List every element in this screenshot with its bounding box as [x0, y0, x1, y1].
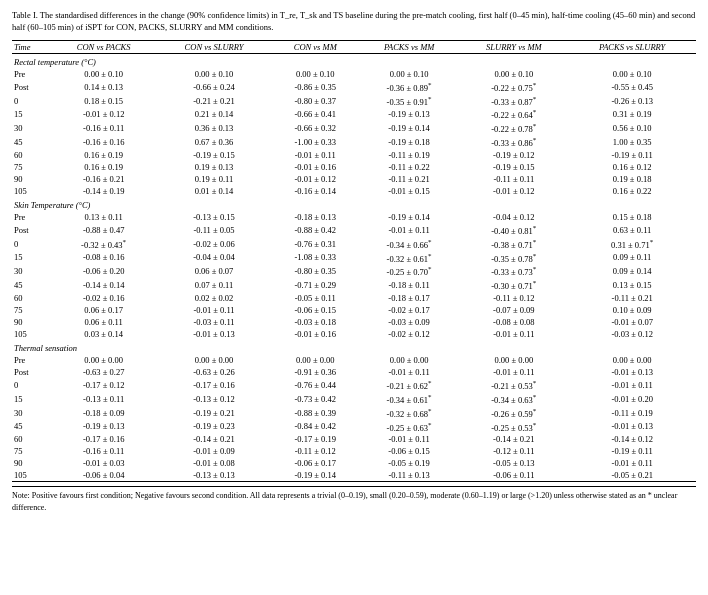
cell-0-5-6: 1.00 ± 0.35: [568, 135, 696, 149]
cell-2-6-4: -0.01 ± 0.11: [359, 433, 459, 445]
cell-1-0-0: Pre: [12, 211, 51, 223]
cell-1-2-5: -0.38 ± 0.71*: [459, 237, 568, 251]
cell-0-7-4: -0.11 ± 0.22: [359, 161, 459, 173]
cell-2-1-5: -0.01 ± 0.11: [459, 366, 568, 378]
cell-0-2-2: -0.21 ± 0.21: [157, 94, 272, 108]
data-table: TimeCON vs PACKSCON vs SLURRYCON vs MMPA…: [12, 40, 696, 483]
cell-2-7-1: -0.16 ± 0.11: [51, 445, 157, 457]
cell-0-8-3: -0.01 ± 0.12: [271, 173, 359, 185]
cell-1-0-3: -0.18 ± 0.13: [271, 211, 359, 223]
cell-1-3-1: -0.08 ± 0.16: [51, 251, 157, 265]
cell-2-1-2: -0.63 ± 0.26: [157, 366, 272, 378]
cell-1-2-6: 0.31 ± 0.71*: [568, 237, 696, 251]
table-caption: Table I. The standardised differences in…: [12, 10, 696, 34]
table-row: Post-0.88 ± 0.47-0.11 ± 0.05-0.88 ± 0.42…: [12, 223, 696, 237]
cell-2-6-5: -0.14 ± 0.21: [459, 433, 568, 445]
cell-0-5-1: -0.16 ± 0.16: [51, 135, 157, 149]
cell-1-4-4: -0.25 ± 0.70*: [359, 264, 459, 278]
cell-2-3-3: -0.73 ± 0.42: [271, 392, 359, 406]
cell-0-9-4: -0.01 ± 0.15: [359, 185, 459, 197]
cell-0-7-6: 0.16 ± 0.12: [568, 161, 696, 173]
table-row: 750.16 ± 0.190.19 ± 0.13-0.01 ± 0.16-0.1…: [12, 161, 696, 173]
cell-1-1-4: -0.01 ± 0.11: [359, 223, 459, 237]
cell-0-1-6: -0.55 ± 0.45: [568, 80, 696, 94]
table-row: 0-0.17 ± 0.12-0.17 ± 0.16-0.76 ± 0.44-0.…: [12, 378, 696, 392]
cell-1-2-1: -0.32 ± 0.43*: [51, 237, 157, 251]
cell-2-6-3: -0.17 ± 0.19: [271, 433, 359, 445]
cell-1-8-0: 90: [12, 316, 51, 328]
section-header-0: Rectal temperature (°C): [12, 53, 696, 68]
cell-1-1-6: 0.63 ± 0.11: [568, 223, 696, 237]
cell-2-7-6: -0.19 ± 0.11: [568, 445, 696, 457]
cell-2-4-5: -0.26 ± 0.59*: [459, 406, 568, 420]
table-row: 15-0.08 ± 0.16-0.04 ± 0.04-1.08 ± 0.33-0…: [12, 251, 696, 265]
cell-2-4-4: -0.32 ± 0.68*: [359, 406, 459, 420]
table-row: Post-0.63 ± 0.27-0.63 ± 0.26-0.91 ± 0.36…: [12, 366, 696, 378]
cell-2-2-0: 0: [12, 378, 51, 392]
cell-0-5-0: 45: [12, 135, 51, 149]
cell-1-3-5: -0.35 ± 0.78*: [459, 251, 568, 265]
cell-0-0-6: 0.00 ± 0.10: [568, 68, 696, 80]
cell-0-3-1: -0.01 ± 0.12: [51, 107, 157, 121]
cell-1-3-3: -1.08 ± 0.33: [271, 251, 359, 265]
cell-1-1-0: Post: [12, 223, 51, 237]
cell-0-0-0: Pre: [12, 68, 51, 80]
cell-0-4-5: -0.22 ± 0.78*: [459, 121, 568, 135]
cell-0-9-1: -0.14 ± 0.19: [51, 185, 157, 197]
cell-0-0-1: 0.00 ± 0.10: [51, 68, 157, 80]
table-row: 45-0.19 ± 0.13-0.19 ± 0.23-0.84 ± 0.42-0…: [12, 420, 696, 434]
section-header-1: Skin Temperature (°C): [12, 197, 696, 211]
cell-2-3-2: -0.13 ± 0.12: [157, 392, 272, 406]
cell-0-7-1: 0.16 ± 0.19: [51, 161, 157, 173]
cell-1-2-2: -0.02 ± 0.06: [157, 237, 272, 251]
table-row: 105-0.14 ± 0.190.01 ± 0.14-0.16 ± 0.14-0…: [12, 185, 696, 197]
cell-0-1-0: Post: [12, 80, 51, 94]
cell-0-3-2: 0.21 ± 0.14: [157, 107, 272, 121]
table-row: 60-0.17 ± 0.16-0.14 ± 0.21-0.17 ± 0.19-0…: [12, 433, 696, 445]
cell-1-5-4: -0.18 ± 0.11: [359, 278, 459, 292]
cell-0-7-2: 0.19 ± 0.13: [157, 161, 272, 173]
cell-2-3-4: -0.34 ± 0.61*: [359, 392, 459, 406]
cell-1-0-5: -0.04 ± 0.12: [459, 211, 568, 223]
cell-2-1-1: -0.63 ± 0.27: [51, 366, 157, 378]
cell-2-9-3: -0.19 ± 0.14: [271, 469, 359, 482]
cell-1-0-4: -0.19 ± 0.14: [359, 211, 459, 223]
cell-2-8-4: -0.05 ± 0.19: [359, 457, 459, 469]
cell-1-2-3: -0.76 ± 0.31: [271, 237, 359, 251]
cell-2-9-1: -0.06 ± 0.04: [51, 469, 157, 482]
cell-2-4-0: 30: [12, 406, 51, 420]
table-row: 600.16 ± 0.19-0.19 ± 0.15-0.01 ± 0.11-0.…: [12, 149, 696, 161]
cell-0-9-3: -0.16 ± 0.14: [271, 185, 359, 197]
cell-2-5-0: 45: [12, 420, 51, 434]
table-row: 45-0.14 ± 0.140.07 ± 0.11-0.71 ± 0.29-0.…: [12, 278, 696, 292]
cell-0-4-2: 0.36 ± 0.13: [157, 121, 272, 135]
table-row: 90-0.01 ± 0.03-0.01 ± 0.08-0.06 ± 0.17-0…: [12, 457, 696, 469]
cell-2-1-0: Post: [12, 366, 51, 378]
cell-1-8-3: -0.03 ± 0.18: [271, 316, 359, 328]
cell-1-1-1: -0.88 ± 0.47: [51, 223, 157, 237]
cell-0-2-3: -0.80 ± 0.37: [271, 94, 359, 108]
cell-0-5-2: 0.67 ± 0.36: [157, 135, 272, 149]
cell-2-0-4: 0.00 ± 0.00: [359, 354, 459, 366]
cell-1-2-4: -0.34 ± 0.66*: [359, 237, 459, 251]
cell-2-5-2: -0.19 ± 0.23: [157, 420, 272, 434]
cell-1-9-3: -0.01 ± 0.16: [271, 328, 359, 340]
cell-0-7-3: -0.01 ± 0.16: [271, 161, 359, 173]
cell-2-9-4: -0.11 ± 0.13: [359, 469, 459, 482]
cell-2-3-6: -0.01 ± 0.20: [568, 392, 696, 406]
cell-0-5-4: -0.19 ± 0.18: [359, 135, 459, 149]
cell-2-6-1: -0.17 ± 0.16: [51, 433, 157, 445]
cell-1-7-2: -0.01 ± 0.11: [157, 304, 272, 316]
col-header-6: PACKS vs SLURRY: [568, 40, 696, 53]
cell-1-9-4: -0.02 ± 0.12: [359, 328, 459, 340]
cell-2-0-6: 0.00 ± 0.00: [568, 354, 696, 366]
cell-2-7-5: -0.12 ± 0.11: [459, 445, 568, 457]
cell-0-0-3: 0.00 ± 0.10: [271, 68, 359, 80]
cell-0-4-6: 0.56 ± 0.10: [568, 121, 696, 135]
cell-0-1-4: -0.36 ± 0.89*: [359, 80, 459, 94]
cell-2-4-6: -0.11 ± 0.19: [568, 406, 696, 420]
cell-1-6-4: -0.18 ± 0.17: [359, 292, 459, 304]
cell-2-1-3: -0.91 ± 0.36: [271, 366, 359, 378]
cell-0-6-1: 0.16 ± 0.19: [51, 149, 157, 161]
cell-0-6-5: -0.19 ± 0.12: [459, 149, 568, 161]
